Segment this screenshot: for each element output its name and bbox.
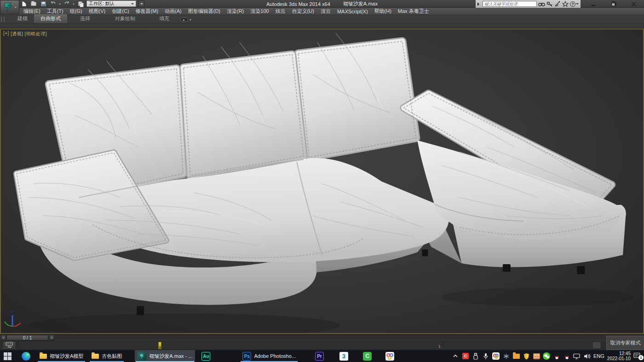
- keyboard-shortcut-override-toggle[interactable]: [2, 341, 16, 350]
- 3ds-max-icon: [138, 352, 146, 361]
- application-menu-button[interactable]: [0, 0, 19, 14]
- favorites-button[interactable]: [562, 0, 569, 7]
- tray-display-project[interactable]: [573, 352, 581, 360]
- tab-selection[interactable]: 选择: [74, 14, 97, 23]
- open-file-button[interactable]: [30, 0, 37, 7]
- workspace-dropdown-button[interactable]: [138, 0, 144, 7]
- redo-dropdown-caret[interactable]: [73, 4, 75, 6]
- menu-graph-editors[interactable]: 图形编辑器(D): [185, 8, 224, 15]
- tab-modeling[interactable]: 建模: [11, 14, 34, 23]
- menu-create[interactable]: 创建(C): [109, 8, 132, 15]
- sofa-model[interactable]: [1, 29, 643, 333]
- menu-tools[interactable]: 工具(T): [44, 8, 67, 15]
- menu-views[interactable]: 视图(V): [86, 8, 109, 15]
- ribbon-drag-grip[interactable]: [1, 17, 5, 22]
- project-folder-button[interactable]: [77, 0, 84, 7]
- workspace-selector[interactable]: 工作区: 默认: [86, 0, 136, 7]
- redo-button[interactable]: [63, 0, 70, 7]
- tray-folder-app[interactable]: [512, 352, 520, 360]
- key-icon: [546, 1, 553, 7]
- tray-color-rings-app[interactable]: [492, 352, 500, 360]
- tray-snowflake-app[interactable]: [502, 352, 510, 360]
- taskbar-3ds-max[interactable]: 褶皱沙发A.max - ...: [135, 350, 195, 362]
- taskbar-clock[interactable]: 12:45 2022-01-10: [607, 351, 631, 361]
- restore-button[interactable]: [604, 0, 624, 8]
- viewport-menu-general[interactable]: [+]: [3, 31, 9, 37]
- track-bar-lane[interactable]: 1: [18, 341, 602, 350]
- new-scene-button[interactable]: [20, 0, 28, 7]
- search-button[interactable]: [538, 0, 545, 7]
- 3ds-max-window: 工作区: 默认 Autodesk 3ds Max 2014 x64 褶皱沙发A.…: [0, 0, 644, 362]
- taskbar-color-rings-app[interactable]: [383, 350, 397, 362]
- tray-wechat[interactable]: [543, 352, 550, 360]
- undo-button[interactable]: [49, 0, 57, 7]
- tab-freeform[interactable]: 自由形式: [34, 14, 67, 23]
- tray-volume[interactable]: [583, 352, 591, 360]
- help-button[interactable]: ?: [570, 1, 579, 7]
- time-slider-thumb[interactable]: 0 / 1: [6, 335, 48, 340]
- save-file-button[interactable]: [40, 0, 47, 7]
- tray-mail-app[interactable]: [533, 352, 540, 360]
- menu-xuancloud[interactable]: 渲云: [317, 8, 334, 15]
- next-frame-button[interactable]: >: [49, 335, 54, 340]
- satellite-dish-icon: [554, 1, 561, 7]
- menu-render100[interactable]: 渲染100: [247, 8, 272, 15]
- viewport-menu-shading[interactable]: [明暗处理]: [24, 31, 47, 37]
- language-indicator[interactable]: ENG: [593, 353, 604, 359]
- tab-object-paint[interactable]: 对象绘制: [109, 14, 142, 23]
- tray-security-shield[interactable]: [523, 352, 530, 360]
- tray-microphone[interactable]: [482, 352, 489, 360]
- three-app-icon: 3: [339, 352, 348, 361]
- animation-key-marker[interactable]: [158, 342, 161, 349]
- tray-usb[interactable]: [472, 352, 479, 360]
- sign-in-button[interactable]: [546, 0, 553, 7]
- taskbar-folder-textures[interactable]: 古色贴图: [89, 350, 125, 362]
- menu-antivirus[interactable]: Max 杀毒卫士: [395, 8, 432, 15]
- menu-animation[interactable]: 动画(A): [161, 8, 185, 15]
- taskbar-premiere[interactable]: Pr: [312, 350, 327, 362]
- communication-center-button[interactable]: [554, 0, 561, 7]
- taskbar-app-three[interactable]: 3: [337, 350, 351, 362]
- taskbar-folder-model[interactable]: 褶皱沙发A模型: [37, 350, 86, 362]
- menu-customize[interactable]: 自定义(U): [289, 8, 317, 15]
- time-slider-track[interactable]: [55, 335, 644, 340]
- orange-folder-icon: [513, 354, 520, 359]
- menu-group[interactable]: 组(G): [67, 8, 86, 15]
- keyboard-override-icon: [5, 342, 13, 349]
- undo-dropdown-caret[interactable]: [59, 4, 61, 6]
- ribbon-collapsed-strip: [0, 23, 644, 28]
- previous-frame-button[interactable]: <: [1, 335, 6, 340]
- track-bar-row: 1 取消专家模式: [0, 340, 644, 350]
- microphone-icon: [483, 353, 489, 360]
- close-button[interactable]: [624, 0, 644, 8]
- menu-xuanyun[interactable]: 炫云: [272, 8, 289, 15]
- search-input[interactable]: [483, 1, 537, 7]
- menu-maxscript[interactable]: MAXScript(X): [334, 9, 371, 14]
- restore-icon: [611, 1, 616, 6]
- cancel-expert-mode-button[interactable]: 取消专家模式: [606, 336, 644, 350]
- tray-red-app[interactable]: C: [462, 352, 469, 360]
- notification-center-button[interactable]: 1: [633, 352, 643, 360]
- ribbon-config-button[interactable]: [180, 17, 191, 22]
- perspective-viewport[interactable]: [+] [透视] [明暗处理]: [0, 28, 644, 334]
- menu-modifiers[interactable]: 修改器(M): [132, 8, 162, 15]
- taskbar-photoshop[interactable]: Ps Adobe Photosho...: [240, 350, 299, 362]
- minimize-button[interactable]: [583, 0, 604, 8]
- menu-help[interactable]: 帮助(H): [371, 8, 395, 15]
- speaker-icon: [584, 353, 591, 359]
- taskbar-app-capture[interactable]: C: [360, 350, 374, 362]
- tray-qq-1[interactable]: [553, 352, 560, 360]
- tray-expand-button[interactable]: [452, 352, 459, 360]
- photoshop-icon: Ps: [242, 352, 251, 361]
- start-button[interactable]: [1, 350, 14, 362]
- collapse-arrow-icon[interactable]: [477, 2, 481, 6]
- taskbar-edge[interactable]: [19, 350, 33, 362]
- viewport-menu-pov[interactable]: [透视]: [11, 31, 23, 37]
- menu-rendering[interactable]: 渲染(R): [224, 8, 247, 15]
- menu-edit[interactable]: 编辑(E): [20, 8, 44, 15]
- tray-qq-2[interactable]: [563, 352, 570, 360]
- frame-tick-line: [443, 341, 443, 346]
- taskbar-audition[interactable]: Au: [199, 350, 213, 362]
- tab-populate[interactable]: 填充: [153, 14, 176, 23]
- taskbar-item-label: 褶皱沙发A.max - ...: [149, 353, 192, 360]
